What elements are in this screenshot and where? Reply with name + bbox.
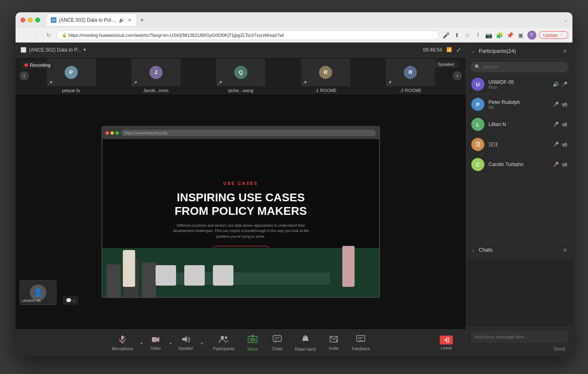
meeting-titlebar: ⬜ (ANCE.502) Data to P... ▾ 00:46:54 📶 ⤢ (16, 43, 466, 57)
strip-mic-icon-1: 🎤 (133, 81, 137, 85)
maximize-window-button[interactable] (35, 18, 40, 23)
main-video-area: https://www.datapolicy.org USE CASES INS… (16, 94, 466, 329)
feedback-icon (356, 335, 365, 345)
extensions-icon[interactable]: 🧩 (495, 31, 504, 39)
meeting-title-dropdown[interactable]: ▾ (84, 47, 86, 52)
chair-2 (184, 265, 205, 286)
refresh-button[interactable]: ↻ (44, 31, 53, 40)
presentation-screen: https://www.datapolicy.org USE CASES INS… (102, 126, 380, 298)
participants-panel-header: ⌄ Participants(24) ✕ (466, 43, 572, 60)
participant-mic-muted-icon-carolin: 🎤 (553, 162, 559, 167)
lock-icon: 🔒 (62, 33, 67, 37)
fullscreen-button[interactable]: ⤢ (456, 47, 461, 53)
minimize-window-button[interactable] (28, 18, 33, 23)
strip-name-0: peiyue fu (62, 88, 80, 93)
recording-dot-icon (25, 63, 28, 67)
participant-info-carolin: Carolin Turbahn (488, 162, 549, 167)
strip-name-3: -1 ROOM5 (315, 88, 337, 93)
speaker-control-button[interactable]: Speaker (172, 333, 199, 353)
close-window-button[interactable] (20, 18, 25, 23)
strip-prev-button[interactable]: ‹ (20, 71, 29, 80)
participant-info-unwdf05: UNWDF-05 Host (488, 79, 549, 90)
forward-button[interactable]: › (32, 31, 41, 40)
video-button[interactable]: Video (143, 333, 168, 353)
address-bar: ‹ › ↻ 🔒 https://meeting.huaweicloud.com/… (16, 28, 572, 43)
leave-button[interactable]: Leave (435, 333, 458, 353)
speaker-figure-2 (342, 246, 355, 287)
chats-button[interactable]: Chats (265, 333, 289, 354)
strip-video-3: R 🎤 (301, 59, 350, 86)
participant-item-peter: P Peter Rudolph Me 🎤 📹 (466, 95, 572, 115)
invite-button[interactable]: Invite (321, 333, 346, 353)
update-button[interactable]: Update ⋮ (539, 31, 568, 39)
microphone-caret[interactable]: ▲ (140, 341, 143, 345)
participant-role-peter: Me (488, 105, 549, 110)
signal-icon: 📶 (446, 47, 452, 52)
camera-icon[interactable]: 📷 (485, 31, 493, 39)
participant-name-unwdf05: UNWDF-05 (488, 79, 549, 85)
right-panel: ⌄ Participants(24) ✕ 🔍 Search U U (466, 43, 572, 356)
participant-info-wang: 汪汪 (488, 141, 549, 148)
strip-next-button[interactable]: › (453, 71, 462, 80)
video-caret[interactable]: ▲ (169, 341, 172, 345)
chats-panel: ⌄ Chats ✕ Send (466, 241, 572, 356)
chats-close-button[interactable]: ✕ (563, 247, 568, 253)
extension-icon[interactable]: f (474, 31, 482, 39)
video-icon (152, 336, 160, 345)
pres-tl-red (106, 131, 109, 135)
new-tab-button[interactable]: + (136, 14, 148, 26)
participant-avatar-wang: 汪 (471, 138, 484, 151)
meeting-window: ⬜ (ANCE.502) Data to P... ▾ 00:46:54 📶 ⤢… (16, 43, 466, 356)
tab-bar: H (ANCE.502) Data to Policy... 🔊 ✕ + ⌄ (47, 14, 568, 26)
participants-list: U UNWDF-05 Host 🔊 🎤 P (466, 74, 572, 241)
search-icon: 🔍 (475, 64, 480, 70)
chat-messages-area (466, 259, 572, 327)
participant-item-unwdf05: U UNWDF-05 Host 🔊 🎤 (466, 74, 572, 95)
participants-search-input[interactable]: 🔍 Search (470, 62, 568, 72)
chat-message-input[interactable] (471, 331, 568, 343)
active-tab[interactable]: H (ANCE.502) Data to Policy... 🔊 ✕ (47, 14, 136, 26)
inspiring-title: INSPIRING USE CASES FROM POLICY MAKERS (174, 191, 307, 218)
extensions-pin-icon[interactable]: 📌 (506, 31, 514, 39)
chat-send-button[interactable]: Send (551, 345, 568, 353)
back-button[interactable]: ‹ (20, 31, 29, 40)
share-icon[interactable]: ⬆ (453, 31, 461, 39)
share-button[interactable]: Share (240, 332, 265, 354)
bookmark-icon[interactable]: ☆ (464, 31, 472, 39)
microphone-permission-icon[interactable]: 🎤 (442, 31, 450, 39)
participant-speaker-icon-unwdf05: 🔊 (553, 81, 559, 87)
microphone-button[interactable]: Microphone (106, 333, 139, 354)
participants-close-button[interactable]: ✕ (563, 48, 568, 54)
recording-label: Recording (30, 63, 50, 68)
update-menu-icon: ⋮ (559, 32, 564, 38)
chair-3 (213, 265, 233, 286)
chat-input-area: Send (466, 327, 572, 356)
sidebar-icon[interactable]: ▣ (517, 31, 525, 39)
raise-hand-button[interactable]: Raise hand (289, 332, 322, 354)
chat-bubble-button[interactable]: 💬 ‹ (63, 296, 78, 305)
participant-video-muted-icon-lillian: 📹 (561, 122, 568, 127)
inspiring-description: Different countries and sectors use data… (167, 223, 314, 240)
presentation-content: USE CASES INSPIRING USE CASES FROM POLIC… (102, 139, 379, 297)
participant-item-lillian: L Lillian N 🎤 📹 (466, 115, 572, 135)
url-input[interactable]: 🔒 https://meeting.huaweicloud.com/webrtc… (57, 30, 439, 40)
thumbnail-name-label: UNWDF-05 (22, 299, 41, 303)
feedback-button[interactable]: Feedback (346, 333, 375, 354)
participants-button[interactable]: Participants (207, 333, 240, 354)
chairs-area (156, 265, 233, 286)
chats-collapse-button[interactable]: ⌄ (471, 247, 475, 253)
tab-close-button[interactable]: ✕ (127, 18, 132, 23)
participant-info-peter: Peter Rudolph Me (488, 99, 549, 110)
pres-browser-bar: https://www.datapolicy.org (102, 127, 379, 139)
meeting-title-text: (ANCE.502) Data to P... (29, 47, 81, 53)
invite-label: Invite (329, 346, 339, 351)
participants-label: Participants (213, 347, 234, 351)
chat-bubble-icon: 💬 (66, 298, 72, 303)
tab-menu-button[interactable]: ⌄ (564, 18, 568, 23)
speaker-caret[interactable]: ▲ (200, 341, 204, 345)
chat-bubble-close[interactable]: ‹ (73, 298, 75, 303)
participant-controls-carolin: 🎤 📹 (553, 162, 568, 167)
control-separator-1 (205, 337, 206, 349)
profile-avatar[interactable]: P (527, 31, 536, 40)
participants-collapse-button[interactable]: ⌄ (471, 48, 475, 54)
